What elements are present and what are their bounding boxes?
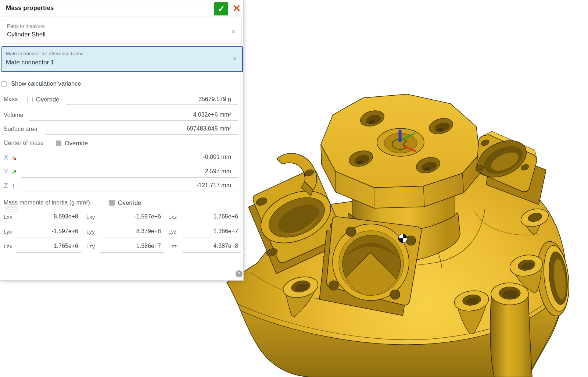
lyz-label: Lyz <box>168 228 177 235</box>
lxy-value: -1.597e+6 <box>100 213 161 220</box>
y-axis-arrow-icon: ↗ <box>12 168 17 175</box>
lyx-value: -1.597e+6 <box>17 228 78 235</box>
mate-field-value[interactable]: Mate connector 1 <box>6 59 54 66</box>
lyy-label: Lyy <box>86 228 95 235</box>
inertia-override-checkbox <box>109 200 115 206</box>
mass-underline <box>66 104 238 105</box>
volume-label: Volume <box>4 112 23 118</box>
lxy-label: Lxy <box>86 214 95 220</box>
mass-override-checkbox[interactable] <box>27 97 33 102</box>
mate-connector-field[interactable]: Mate connector for reference frame Mate … <box>1 46 243 72</box>
lzy-value: 1.386e+7 <box>100 243 161 249</box>
lyx-label: Lyx <box>4 228 12 235</box>
parts-to-measure-field[interactable]: Parts to measure Cylinder Shell ✕ <box>3 20 241 43</box>
surface-area-label: Surface area <box>4 126 37 132</box>
x-axis-arrow-icon: ↘ <box>12 154 17 161</box>
close-icon: ✕ <box>233 3 241 14</box>
close-button[interactable]: ✕ <box>231 3 243 14</box>
parts-field-label: Parts to measure <box>7 23 45 29</box>
lzz-value: 4.387e+8 <box>183 243 238 249</box>
app-window: Mass properties ✓ ✕ Parts to measure Cyl… <box>0 0 588 377</box>
flange-front[interactable] <box>319 217 421 316</box>
com-override-checkbox <box>56 141 61 146</box>
y-value: 2.597 mm <box>21 168 231 175</box>
z-axis-arrow-icon: ↑ <box>12 182 15 189</box>
accept-button[interactable]: ✓ <box>214 2 228 15</box>
z-value: -121.717 mm <box>21 182 231 189</box>
help-icon[interactable]: ? <box>236 270 243 277</box>
checkmark-icon: ✓ <box>218 4 225 14</box>
center-of-mass-label: Center of mass <box>4 140 43 146</box>
pipe-lug[interactable] <box>490 283 532 377</box>
lxz-value: 1.765e+6 <box>183 213 238 220</box>
lyy-value: 8.379e+8 <box>100 228 161 235</box>
x-axis-label: X <box>4 153 8 161</box>
mass-label: Mass <box>4 96 18 103</box>
volume-value: 4.032e+6 mm³ <box>29 111 231 118</box>
lzx-label: Lzx <box>4 243 12 249</box>
show-variance-checkbox[interactable] <box>1 81 7 87</box>
lyz-value: 1.386e+7 <box>183 228 238 235</box>
dialog-header: Mass properties ✓ ✕ <box>0 0 243 17</box>
dialog-title: Mass properties <box>6 4 54 12</box>
mate-field-label: Mate connector for reference frame <box>6 51 84 56</box>
lzz-label: Lzz <box>168 243 177 249</box>
com-override-label: Override <box>65 140 88 147</box>
inertia-label: Mass moments of inertia (g mm²) <box>4 199 90 206</box>
inertia-override-label: Override <box>118 199 141 206</box>
part-cylinder-shell[interactable] <box>227 94 572 377</box>
lxx-value: 8.693e+8 <box>17 213 78 220</box>
lxz-label: Lxz <box>168 214 177 220</box>
mass-override-label: Override <box>36 96 59 103</box>
clear-parts-icon[interactable]: ✕ <box>231 28 236 35</box>
mass-properties-dialog: Mass properties ✓ ✕ Parts to measure Cyl… <box>0 0 244 281</box>
center-of-mass-marker <box>398 234 407 243</box>
lxx-label: Lxx <box>4 214 12 220</box>
triad-z-axis <box>399 130 401 142</box>
parts-field-value[interactable]: Cylinder Shell <box>7 31 46 38</box>
z-axis-label: Z <box>4 182 8 190</box>
clear-mate-icon[interactable]: ✕ <box>232 56 237 63</box>
y-axis-label: Y <box>4 168 8 176</box>
x-value: -0.001 mm <box>21 154 231 160</box>
mass-value: 35679.579 g <box>66 96 231 103</box>
lzy-label: Lzy <box>86 243 95 249</box>
surface-area-value: 697483.045 mm² <box>45 125 231 132</box>
show-variance-label: Show calculation variance <box>11 80 81 87</box>
lzx-value: 1.765e+6 <box>17 243 78 249</box>
top-plate[interactable] <box>321 94 480 208</box>
